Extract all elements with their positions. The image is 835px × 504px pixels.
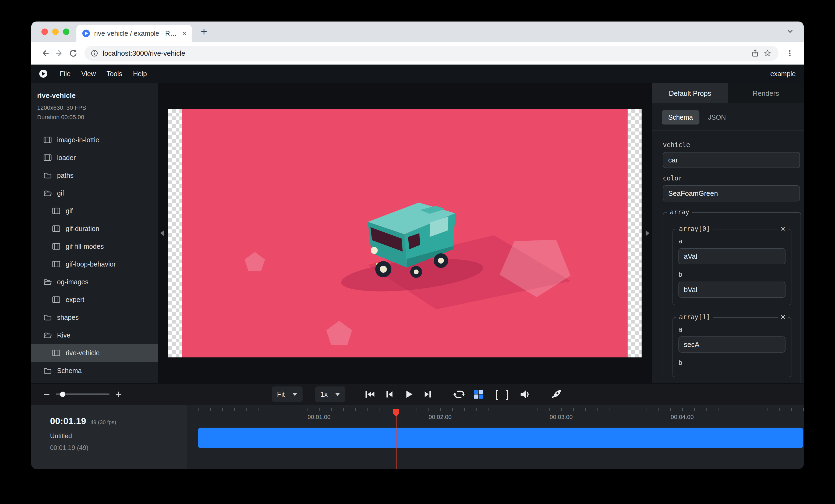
sidebar-item-loader[interactable]: loader [31,149,158,167]
transparency-checkerboard-icon[interactable] [472,387,485,401]
array-1-a-input[interactable] [678,336,786,353]
array-0-b-input[interactable] [678,281,786,298]
zoom-out-button[interactable]: − [44,389,50,400]
reload-icon[interactable] [66,46,80,60]
film-icon [52,296,60,303]
remotion-logo-icon[interactable] [39,70,47,78]
play-button[interactable] [402,387,415,401]
sidebar-item-schema[interactable]: Schema [31,362,158,379]
sidebar-item-paths[interactable]: paths [31,167,158,184]
sidebar-item-label: gif-fill-modes [66,243,104,250]
tab-close-icon[interactable]: × [180,29,188,38]
film-icon [52,243,60,250]
props-panel: Default Props Renders Schema JSON vehicl… [652,83,804,383]
track-time: 00:01.19 (49) [50,444,187,451]
menu-file[interactable]: File [54,67,76,80]
sidebar-item-shapes[interactable]: shapes [31,309,158,326]
speed-select[interactable]: 1x [315,386,345,402]
timeline-track-bar[interactable] [198,427,803,448]
share-icon[interactable] [749,47,761,59]
schema-json-toggle: Schema JSON [652,103,804,131]
playhead[interactable] [396,411,396,469]
browser-tab-strip: rive-vehicle / example - Remot × + [31,22,804,42]
playback-toolbar: − + Fit 1x [31,383,804,405]
set-in-point-button[interactable]: [ [491,388,502,400]
current-frame-info: 49 (30 fps) [90,419,116,425]
sidebar-item-gif-duration[interactable]: gif-duration [31,220,158,237]
tab-search-chevron-icon[interactable] [786,27,794,36]
jump-to-end-button[interactable] [421,387,435,401]
forward-icon[interactable] [52,46,66,60]
sidebar-item-expert[interactable]: expert [31,291,158,309]
zoom-slider[interactable] [56,394,109,395]
remove-array-1-icon[interactable]: × [778,312,788,322]
close-window-button[interactable] [41,28,48,35]
back-icon[interactable] [38,46,52,60]
folder-icon [44,172,52,179]
sidebar-item-label: shapes [57,314,79,321]
compositions-sidebar: rive-vehicle 1200x630, 30 FPS Duration 0… [31,83,158,383]
set-out-point-button[interactable]: ] [502,388,513,400]
subtab-json[interactable]: JSON [701,110,733,125]
array-0-label: array[0] [676,225,713,233]
collapse-panel-icon[interactable] [646,230,649,236]
zoom-controls: − + [44,383,122,405]
sidebar-item-gif[interactable]: gif [31,202,158,220]
preview-canvas [158,83,652,383]
sidebar-item-label: gif [66,207,73,215]
menu-help[interactable]: Help [127,67,152,80]
rocket-render-icon[interactable] [550,387,563,401]
vehicle-input[interactable] [663,152,800,168]
new-tab-button[interactable]: + [198,25,210,39]
loop-toggle-icon[interactable] [452,387,466,401]
collapse-sidebar-icon[interactable] [160,230,164,236]
array-item-1: array[1] × a b [673,317,791,377]
sidebar-item-og-images[interactable]: og-images [31,273,158,291]
sidebar-item-gif-folder[interactable]: gif [31,184,158,202]
sidebar-item-label: gif-duration [66,225,99,233]
composition-preview [168,109,641,357]
volume-icon[interactable] [518,387,532,401]
url-text[interactable]: localhost:3000/rive-vehicle [103,49,749,58]
folder-icon [44,314,52,321]
array-fieldset: array array[0] × a b array[1] × a [663,212,801,383]
sidebar-item-label: Rive [57,331,70,339]
sidebar-item-gif-fill-modes[interactable]: gif-fill-modes [31,237,158,255]
composition-info: rive-vehicle 1200x630, 30 FPS Duration 0… [31,83,158,128]
subtab-schema[interactable]: Schema [662,110,699,125]
lottie-animation [182,109,628,357]
van-scene [182,109,628,357]
sidebar-item-gif-loop-behavior[interactable]: gif-loop-behavior [31,255,158,273]
fit-select-value: Fit [277,390,285,399]
url-bar[interactable]: localhost:3000/rive-vehicle [84,46,778,61]
film-icon [52,207,60,214]
app-menubar: File View Tools Help example [31,65,804,83]
tab-renders[interactable]: Renders [728,83,804,103]
sidebar-item-image-in-lottie[interactable]: image-in-lottie [31,131,158,149]
menu-tools[interactable]: Tools [101,67,127,80]
tab-default-props[interactable]: Default Props [652,83,728,103]
site-info-icon[interactable] [90,49,99,57]
bookmark-star-icon[interactable] [761,47,774,59]
minimize-window-button[interactable] [52,28,59,35]
tab-favicon-icon [82,29,90,37]
timeline-track-area[interactable]: 00:01.00 00:02.00 00:03.00 00:04.00 [187,405,804,469]
a-label: a [678,237,786,245]
fit-select[interactable]: Fit [272,386,303,402]
previous-frame-button[interactable] [383,387,396,401]
zoom-window-button[interactable] [63,28,69,35]
browser-menu-kebab-icon[interactable] [783,46,797,60]
remove-array-0-icon[interactable]: × [778,224,788,234]
zoom-in-button[interactable]: + [116,389,122,400]
color-input[interactable] [663,185,800,202]
array-0-a-input[interactable] [678,248,786,265]
ruler-label: 00:03.00 [534,414,588,421]
jump-to-start-button[interactable] [363,387,376,401]
sidebar-item-label: paths [57,172,74,180]
sidebar-item-rive-folder[interactable]: Rive [31,326,158,344]
menu-view[interactable]: View [76,67,101,80]
browser-navbar: localhost:3000/rive-vehicle [31,42,804,65]
sidebar-item-rive-vehicle[interactable]: rive-vehicle [31,344,158,362]
zoom-slider-handle[interactable] [60,392,65,397]
browser-tab[interactable]: rive-vehicle / example - Remot × [76,25,192,42]
